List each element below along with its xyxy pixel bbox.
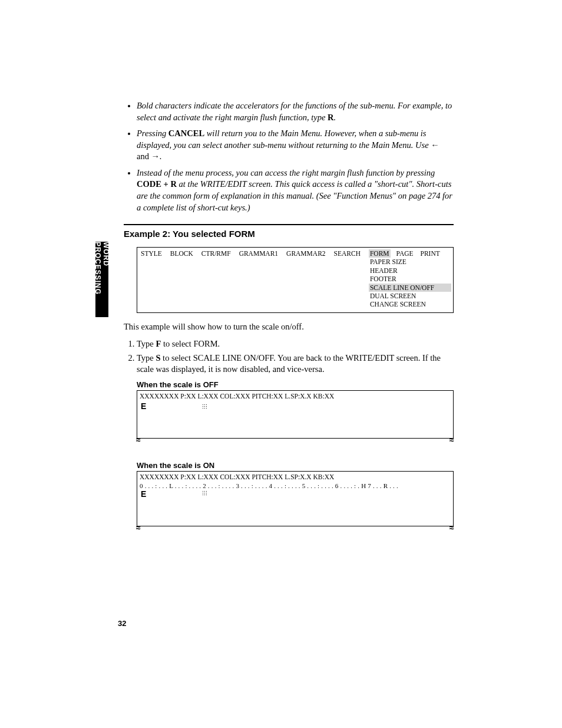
text: Pressing: [137, 129, 168, 138]
submenu-dual-screen: DUAL SCREEN: [369, 292, 451, 300]
status-line: XXXXXXXX P:XX L:XXX COL:XXX PITCH:XX L.S…: [140, 392, 451, 401]
continuation-mark-left-icon: ≈: [136, 435, 141, 441]
menu-page: PAGE: [395, 249, 415, 258]
caret-icon: [202, 404, 207, 409]
menu-grammar2: GRAMMAR2: [286, 249, 325, 258]
scale-on-screen: XXXXXXXX P:XX L:XXX COL:XXX PITCH:XX L.S…: [137, 471, 454, 526]
step-2: Type S to select SCALE LINE ON/OFF. You …: [137, 353, 454, 375]
cursor-icon: E: [141, 401, 146, 411]
scale-off-screen: XXXXXXXX P:XX L:XXX COL:XXX PITCH:XX L.S…: [137, 390, 454, 439]
text: .: [160, 151, 162, 161]
scale-off-label: When the scale is OFF: [137, 380, 454, 389]
steps-list: Type F to select FORM. Type S to select …: [134, 338, 454, 375]
page: WORD PROCESSING Bold characters indicate…: [0, 0, 562, 728]
submenu-footer: FOOTER: [369, 275, 451, 283]
note-bold-accelerators: Bold characters indicate the accelerator…: [137, 100, 454, 123]
continuation-mark-right-icon: ≈: [449, 435, 454, 441]
divider: [124, 224, 454, 225]
main-content: Bold characters indicate the accelerator…: [124, 100, 454, 529]
menu-screenshot: STYLE BLOCK CTR/RMF GRAMMAR1 GRAMMAR2 SE…: [137, 247, 454, 313]
menu-ctr-rmf: CTR/RMF: [201, 249, 231, 258]
continuation-mark-left-icon: ≈: [136, 523, 141, 529]
text: to select FORM.: [161, 339, 220, 348]
form-submenu: FORM PAGE PRINT PAPER SIZE HEADER FOOTER…: [369, 249, 451, 309]
menu-style: STYLE: [141, 249, 162, 258]
submenu-paper-size: PAPER SIZE: [369, 258, 451, 266]
caret-icon: [202, 490, 207, 495]
key-code-r: CODE + R: [137, 179, 177, 189]
side-tab-word-processing: WORD PROCESSING: [95, 242, 108, 317]
menu-block: BLOCK: [170, 249, 193, 258]
continuation-mark-right-icon: ≈: [449, 523, 454, 529]
text: at the WRITE/EDIT screen. This quick acc…: [137, 179, 452, 212]
note-cancel: Pressing CANCEL will return you to the M…: [137, 128, 454, 163]
section-heading: Example 2: You selected FORM: [124, 229, 454, 239]
key-r: R: [328, 113, 333, 122]
key-f: F: [156, 339, 161, 348]
notes-list: Bold characters indicate the accelerator…: [137, 100, 454, 213]
ruler-line: 0 . . . : . . . L . . . : . . . . 2 . . …: [140, 482, 451, 490]
scale-on-label: When the scale is ON: [137, 461, 454, 470]
intro-text: This example will show how to turn the s…: [124, 321, 454, 333]
note-shortcut: Instead of the menu process, you can acc…: [137, 167, 454, 213]
text: Instead of the menu process, you can acc…: [137, 168, 435, 177]
menu-form: FORM: [369, 249, 391, 258]
status-line: XXXXXXXX P:XX L:XXX COL:XXX PITCH:XX L.S…: [140, 473, 451, 482]
menu-search: SEARCH: [334, 249, 361, 258]
submenu-header: HEADER: [369, 266, 451, 275]
cursor-icon: E: [141, 489, 146, 499]
submenu-scale-line: SCALE LINE ON/OFF: [369, 284, 451, 292]
text: Type: [137, 339, 156, 348]
menu-grammar1: GRAMMAR1: [239, 249, 278, 258]
step-1: Type F to select FORM.: [137, 338, 454, 350]
submenu-change-screen: CHANGE SCREEN: [369, 300, 451, 308]
key-cancel: CANCEL: [168, 129, 204, 138]
text: .: [334, 113, 336, 122]
page-number: 32: [118, 619, 126, 628]
menu-bar: STYLE BLOCK CTR/RMF GRAMMAR1 GRAMMAR2 SE…: [141, 249, 449, 309]
menu-print: PRINT: [419, 249, 441, 258]
text: Bold characters indicate the accelerator…: [137, 101, 452, 122]
text: to select SCALE LINE ON/OFF. You are bac…: [137, 353, 441, 374]
text: Type: [137, 353, 156, 363]
